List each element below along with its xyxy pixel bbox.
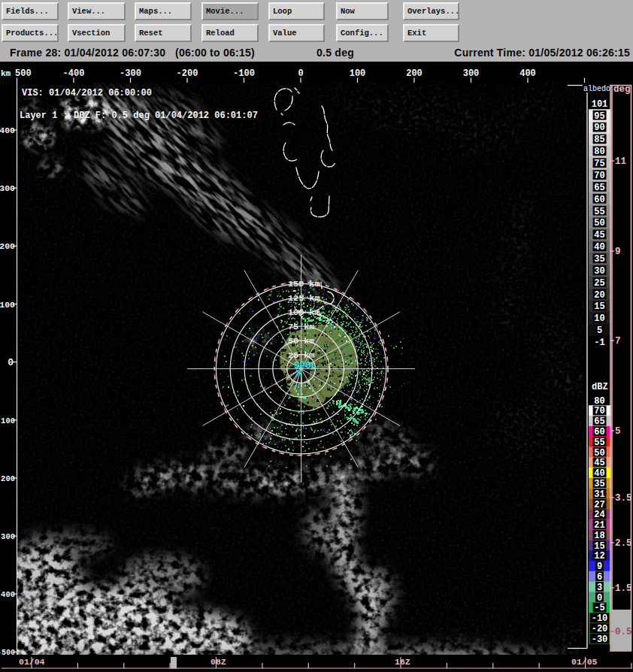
svg-text:150 km: 150 km <box>288 279 320 289</box>
svg-text:5: 5 <box>615 426 621 437</box>
svg-text:-300: -300 <box>120 68 141 79</box>
svg-text:45: 45 <box>594 458 604 468</box>
svg-text:100: 100 <box>350 68 366 79</box>
svg-text:45: 45 <box>594 230 604 241</box>
svg-text:01/05: 01/05 <box>571 657 598 667</box>
svg-text:deg: deg <box>613 84 631 95</box>
svg-text:30: 30 <box>594 266 604 277</box>
svg-text:-100: -100 <box>0 416 15 425</box>
svg-text:albedo: albedo <box>583 85 610 93</box>
svg-text:101: 101 <box>592 99 608 110</box>
svg-text:31: 31 <box>594 489 604 500</box>
svg-text:-20: -20 <box>592 624 608 634</box>
svg-text:85: 85 <box>594 135 604 145</box>
svg-text:75: 75 <box>594 159 604 169</box>
svg-text:3: 3 <box>597 583 602 593</box>
svg-text:km: km <box>1 69 11 78</box>
svg-text:9: 9 <box>597 562 602 572</box>
svg-text:25 km: 25 km <box>288 350 314 361</box>
svg-text:0.5: 0.5 <box>615 627 632 637</box>
svg-text:SPOL: SPOL <box>294 361 316 371</box>
svg-text:25: 25 <box>594 278 604 289</box>
svg-text:50 km: 50 km <box>288 336 314 347</box>
svg-text:9: 9 <box>615 247 621 257</box>
svg-text:Layer 1 : DBZ F: 0.5 deg 01/04: Layer 1 : DBZ F: 0.5 deg 01/04/2012 06:0… <box>20 110 258 121</box>
svg-text:6: 6 <box>597 572 602 583</box>
svg-text:18: 18 <box>594 531 604 541</box>
svg-text:50: 50 <box>594 218 604 229</box>
svg-text:60: 60 <box>594 195 604 205</box>
svg-text:27: 27 <box>594 500 604 510</box>
svg-text:-30: -30 <box>592 634 608 645</box>
svg-text:75 km: 75 km <box>288 322 314 332</box>
svg-text:400: 400 <box>519 68 536 79</box>
svg-text:08Z: 08Z <box>210 657 226 667</box>
svg-text:5: 5 <box>597 325 602 336</box>
svg-text:dBZ: dBZ <box>592 382 608 392</box>
svg-text:0: 0 <box>8 357 14 368</box>
svg-text:40: 40 <box>594 468 604 479</box>
svg-text:-5: -5 <box>594 603 604 613</box>
svg-text:70: 70 <box>594 171 604 181</box>
svg-text:01/04: 01/04 <box>19 657 45 667</box>
svg-text:12: 12 <box>594 551 604 562</box>
svg-text:100 km: 100 km <box>288 307 320 318</box>
svg-text:24: 24 <box>594 510 604 520</box>
svg-text:10: 10 <box>594 313 604 324</box>
svg-text:100: 100 <box>0 300 15 310</box>
svg-text:65: 65 <box>594 416 604 427</box>
svg-text:300: 300 <box>0 183 15 193</box>
svg-text:125 km: 125 km <box>288 293 320 304</box>
svg-text:80: 80 <box>594 396 604 407</box>
svg-text:-1: -1 <box>594 338 604 348</box>
svg-text:200: 200 <box>0 241 15 251</box>
svg-text:65: 65 <box>594 183 604 193</box>
svg-text:95: 95 <box>594 111 604 122</box>
svg-text:200: 200 <box>406 68 423 79</box>
svg-text:-200: -200 <box>177 68 198 79</box>
svg-text:2.5: 2.5 <box>615 538 632 549</box>
svg-text:35: 35 <box>594 479 604 489</box>
svg-text:1.5: 1.5 <box>615 583 632 594</box>
svg-text:21: 21 <box>594 520 604 531</box>
svg-text:-100: -100 <box>233 68 255 79</box>
svg-text:15: 15 <box>594 541 604 552</box>
svg-text:-300: -300 <box>0 532 15 541</box>
svg-text:3.5: 3.5 <box>615 493 632 504</box>
svg-text:16Z: 16Z <box>395 657 410 667</box>
svg-text:500: 500 <box>15 68 32 79</box>
svg-text:-10: -10 <box>592 613 608 624</box>
svg-text:40: 40 <box>594 242 604 253</box>
svg-text:-200: -200 <box>0 474 15 483</box>
svg-text:55: 55 <box>594 207 604 217</box>
svg-text:20: 20 <box>594 290 604 301</box>
svg-text:VIS: 01/04/2012 06:00:00: VIS: 01/04/2012 06:00:00 <box>22 88 152 98</box>
svg-text:80: 80 <box>594 147 604 157</box>
svg-text:35: 35 <box>594 254 604 265</box>
svg-text:0: 0 <box>298 68 303 79</box>
svg-text:0: 0 <box>597 593 602 604</box>
svg-text:7: 7 <box>615 336 621 347</box>
svg-text:11: 11 <box>615 156 626 167</box>
svg-text:15: 15 <box>594 301 604 312</box>
svg-text:-400: -400 <box>0 590 15 599</box>
svg-text:90: 90 <box>594 123 604 133</box>
svg-text:400: 400 <box>0 126 15 135</box>
svg-text:70: 70 <box>594 406 604 416</box>
svg-text:50: 50 <box>594 448 604 459</box>
svg-text:-500: -500 <box>0 649 15 657</box>
svg-text:55: 55 <box>594 437 604 448</box>
svg-text:-400: -400 <box>63 68 85 79</box>
svg-text:300: 300 <box>463 68 480 79</box>
svg-text:60: 60 <box>594 427 604 437</box>
